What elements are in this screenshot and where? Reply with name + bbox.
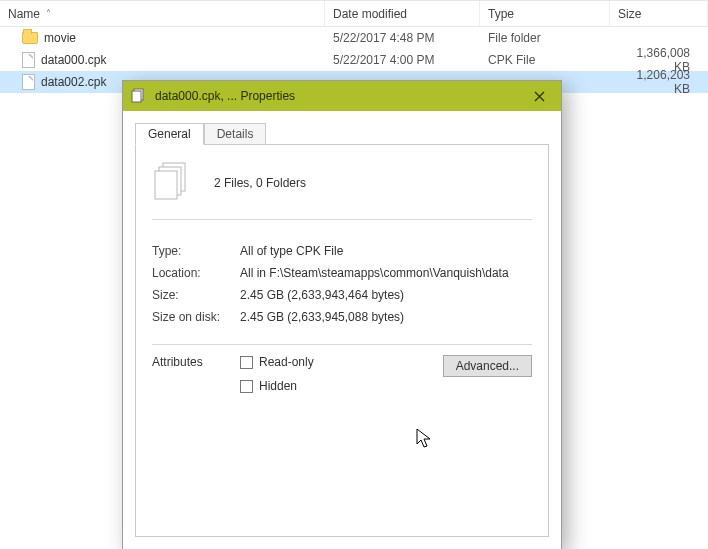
location-value: All in F:\Steam\steamapps\common\Vanquis… (240, 266, 532, 280)
type-label: Type: (152, 244, 240, 258)
column-header-label: Date modified (333, 7, 407, 21)
file-date: 5/22/2017 4:48 PM (325, 31, 480, 45)
column-header-size[interactable]: Size (610, 1, 708, 26)
file-name: data000.cpk (41, 53, 106, 67)
hidden-label: Hidden (259, 379, 297, 393)
readonly-label: Read-only (259, 355, 314, 369)
checkbox-icon (240, 356, 253, 369)
properties-dialog: data000.cpk, ... Properties General Deta… (122, 80, 562, 549)
dialog-title: data000.cpk, ... Properties (155, 89, 517, 103)
file-name: data002.cpk (41, 75, 106, 89)
column-header-label: Size (618, 7, 641, 21)
tab-strip: General Details (135, 121, 549, 145)
general-panel: 2 Files, 0 Folders Type: All of type CPK… (135, 145, 549, 537)
column-header-row: Name ˄ Date modified Type Size (0, 1, 708, 27)
titlebar[interactable]: data000.cpk, ... Properties (123, 81, 561, 111)
close-icon (534, 91, 545, 102)
multi-file-icon (131, 88, 147, 104)
folder-icon (22, 32, 38, 44)
tab-details[interactable]: Details (204, 123, 267, 145)
sort-asc-icon: ˄ (46, 8, 51, 19)
multi-document-icon (152, 161, 192, 205)
column-header-label: Type (488, 7, 514, 21)
table-row[interactable]: movie5/22/2017 4:48 PMFile folder (0, 27, 708, 49)
file-name: movie (44, 31, 76, 45)
column-header-type[interactable]: Type (480, 1, 610, 26)
button-label: Advanced... (456, 359, 519, 373)
tab-general[interactable]: General (135, 123, 204, 145)
tab-label: Details (217, 127, 254, 141)
attributes-group: Attributes Read-only Hidden Advanced... (152, 355, 532, 403)
advanced-button[interactable]: Advanced... (443, 355, 532, 377)
dialog-body: General Details 2 Files, 0 Folders (123, 111, 561, 549)
hidden-checkbox[interactable]: Hidden (240, 379, 443, 393)
table-row[interactable]: data000.cpk5/22/2017 4:00 PMCPK File1,36… (0, 49, 708, 71)
column-header-name[interactable]: Name ˄ (0, 1, 325, 26)
file-type: CPK File (480, 53, 610, 67)
checkbox-icon (240, 380, 253, 393)
file-date: 5/22/2017 4:00 PM (325, 53, 480, 67)
tab-label: General (148, 127, 191, 141)
file-icon (22, 52, 35, 68)
column-header-label: Name (8, 7, 40, 21)
summary-row: 2 Files, 0 Folders (152, 161, 532, 220)
file-icon (22, 74, 35, 90)
svg-rect-6 (155, 171, 177, 199)
size-on-disk-label: Size on disk: (152, 310, 240, 324)
location-label: Location: (152, 266, 240, 280)
details-group: Type: All of type CPK File Location: All… (152, 232, 532, 345)
column-header-date[interactable]: Date modified (325, 1, 480, 26)
size-label: Size: (152, 288, 240, 302)
close-button[interactable] (517, 81, 561, 111)
type-value: All of type CPK File (240, 244, 532, 258)
summary-text: 2 Files, 0 Folders (214, 176, 306, 190)
size-on-disk-value: 2.45 GB (2,633,945,088 bytes) (240, 310, 532, 324)
attributes-label: Attributes (152, 355, 240, 369)
svg-rect-1 (132, 91, 141, 102)
file-size: 1,206,203 KB (610, 68, 708, 96)
readonly-checkbox[interactable]: Read-only (240, 355, 443, 369)
file-type: File folder (480, 31, 610, 45)
size-value: 2.45 GB (2,633,943,464 bytes) (240, 288, 532, 302)
